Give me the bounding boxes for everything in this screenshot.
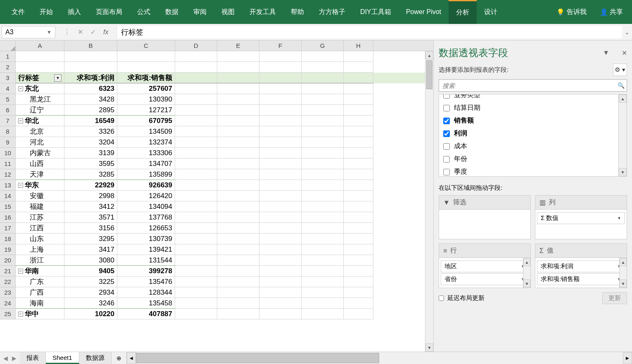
row-header[interactable]: 9 xyxy=(0,137,16,148)
cell[interactable] xyxy=(259,180,302,191)
ribbon-tab-审阅[interactable]: 审阅 xyxy=(186,0,214,24)
column-header-B[interactable]: B xyxy=(64,40,117,51)
cell[interactable] xyxy=(217,83,259,94)
cell[interactable] xyxy=(302,309,344,319)
cell[interactable] xyxy=(117,51,175,62)
field-item[interactable]: 销售额 xyxy=(439,114,627,127)
cell[interactable] xyxy=(175,137,217,148)
pivot-value[interactable]: 3139 xyxy=(64,148,117,158)
cell[interactable] xyxy=(302,116,344,126)
pivot-row-label[interactable]: 上海 xyxy=(16,244,64,255)
column-header-A[interactable]: A xyxy=(16,40,64,51)
pivot-value[interactable]: 2895 xyxy=(64,105,117,116)
cell[interactable] xyxy=(302,201,344,212)
pivot-row-label[interactable]: 北京 xyxy=(16,126,64,137)
pivot-row-label[interactable]: 海南 xyxy=(16,298,64,309)
cell[interactable] xyxy=(16,51,64,62)
cell[interactable] xyxy=(302,223,344,234)
cell[interactable] xyxy=(259,105,302,116)
select-all-button[interactable] xyxy=(0,40,16,51)
cell[interactable] xyxy=(175,191,217,201)
vertical-scrollbar[interactable]: ▲ ▼ xyxy=(425,51,433,352)
cell[interactable] xyxy=(117,62,175,73)
pivot-row-label[interactable]: −华南 xyxy=(16,266,64,277)
pivot-row-label[interactable]: 天津 xyxy=(16,169,64,180)
cell[interactable] xyxy=(302,298,344,309)
sheet-tab[interactable]: 数据源 xyxy=(79,352,112,364)
pivot-row-label[interactable]: 浙江 xyxy=(16,255,64,266)
cell[interactable] xyxy=(217,148,259,158)
dropdown-icon[interactable]: ▼ xyxy=(603,49,609,57)
cell[interactable] xyxy=(175,298,217,309)
scroll-up-icon[interactable]: ▲ xyxy=(620,258,627,266)
cell[interactable] xyxy=(217,212,259,223)
row-header[interactable]: 13 xyxy=(0,180,16,191)
pivot-value[interactable]: 3080 xyxy=(64,255,117,266)
pivot-value[interactable]: 3595 xyxy=(64,158,117,169)
cell[interactable] xyxy=(302,62,344,73)
row-header[interactable]: 18 xyxy=(0,234,16,244)
horizontal-scrollbar[interactable]: ◀ ▶ xyxy=(126,352,632,364)
row-header[interactable]: 24 xyxy=(0,298,16,309)
row-header[interactable]: 5 xyxy=(0,94,16,105)
cell[interactable] xyxy=(175,309,217,319)
cell[interactable] xyxy=(175,73,217,83)
pivot-value[interactable]: 3156 xyxy=(64,223,117,234)
confirm-icon[interactable]: ✓ xyxy=(90,28,96,36)
cell[interactable] xyxy=(175,201,217,212)
cell[interactable] xyxy=(302,266,344,277)
row-header[interactable]: 15 xyxy=(0,201,16,212)
field-item[interactable]: 业务类型 xyxy=(439,94,627,102)
pivot-value[interactable]: 135458 xyxy=(117,298,175,309)
collapse-icon[interactable]: − xyxy=(18,86,23,91)
cell[interactable] xyxy=(344,298,373,309)
cell[interactable] xyxy=(175,223,217,234)
prev-sheet-icon[interactable]: ◀ xyxy=(3,355,8,362)
cell[interactable] xyxy=(217,94,259,105)
cell[interactable] xyxy=(175,126,217,137)
cell[interactable] xyxy=(302,191,344,201)
cell[interactable] xyxy=(344,94,373,105)
cell[interactable] xyxy=(302,83,344,94)
row-header[interactable]: 23 xyxy=(0,287,16,298)
pivot-value[interactable]: 257607 xyxy=(117,83,175,94)
pivot-value[interactable]: 133306 xyxy=(117,148,175,158)
fx-icon[interactable]: fx xyxy=(103,28,108,36)
cell[interactable] xyxy=(175,244,217,255)
cell[interactable] xyxy=(302,277,344,287)
formula-expand-icon[interactable]: ⌄ xyxy=(622,29,632,35)
column-header-E[interactable]: E xyxy=(217,40,259,51)
area-field-chip[interactable]: 地区▼ xyxy=(441,260,529,272)
cell[interactable] xyxy=(302,94,344,105)
cell[interactable] xyxy=(344,212,373,223)
close-icon[interactable]: ✕ xyxy=(622,49,627,57)
sheet-tab[interactable]: Sheet1 xyxy=(46,352,79,364)
scroll-up-icon[interactable]: ▲ xyxy=(619,95,627,103)
gear-icon[interactable]: ⚙ ▾ xyxy=(613,64,627,76)
cell[interactable] xyxy=(217,298,259,309)
search-icon[interactable]: 🔍 xyxy=(615,82,627,89)
row-header[interactable]: 11 xyxy=(0,158,16,169)
row-header[interactable]: 14 xyxy=(0,191,16,201)
cell[interactable] xyxy=(259,201,302,212)
pivot-row-label[interactable]: −华东 xyxy=(16,180,64,191)
cell[interactable] xyxy=(175,169,217,180)
cell[interactable] xyxy=(344,244,373,255)
field-item[interactable]: 年份 xyxy=(439,153,627,165)
pivot-value[interactable]: 9405 xyxy=(64,266,117,277)
pivot-value[interactable]: 130739 xyxy=(117,234,175,244)
cell[interactable] xyxy=(302,169,344,180)
ribbon-tab-方方格子[interactable]: 方方格子 xyxy=(311,0,353,24)
pivot-value[interactable]: 134707 xyxy=(117,158,175,169)
formula-input[interactable] xyxy=(116,26,622,38)
pivot-value[interactable]: 3412 xyxy=(64,201,117,212)
column-header-C[interactable]: C xyxy=(117,40,175,51)
ribbon-tab-帮助[interactable]: 帮助 xyxy=(283,0,311,24)
row-header[interactable]: 4 xyxy=(0,83,16,94)
row-header[interactable]: 19 xyxy=(0,244,16,255)
cell[interactable] xyxy=(344,51,373,62)
ribbon-tab-数据[interactable]: 数据 xyxy=(158,0,186,24)
cell[interactable] xyxy=(344,266,373,277)
cell[interactable] xyxy=(175,266,217,277)
cell[interactable] xyxy=(259,73,302,83)
